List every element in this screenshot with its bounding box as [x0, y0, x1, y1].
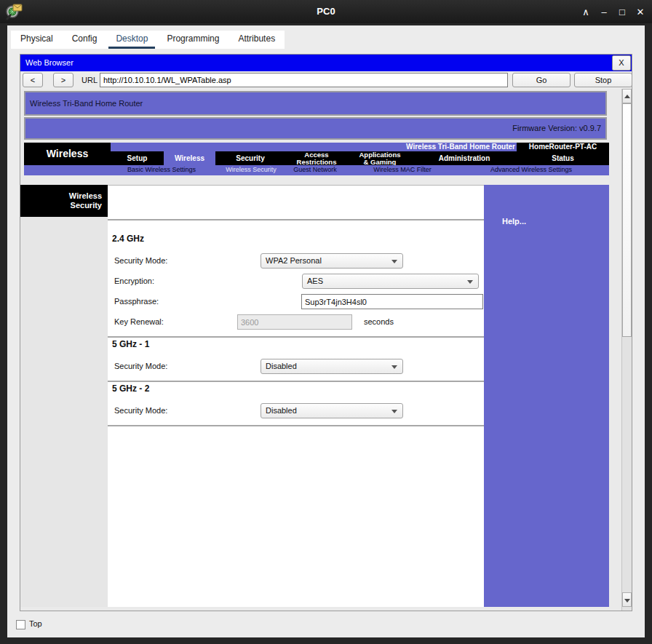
minimize-button[interactable]: – — [598, 7, 610, 17]
nav-submenu-row: Basic Wireless Settings Wireless Securit… — [24, 165, 609, 175]
security-mode-52-value: Disabled — [266, 406, 297, 415]
nav-menu-row: Setup Wireless Security Access Restricti… — [111, 151, 609, 165]
security-mode-24-label: Security Mode: — [114, 256, 167, 265]
menu-line: Applications — [348, 151, 412, 159]
security-mode-52-select[interactable]: Disabled — [261, 403, 403, 418]
submenu-guest-network[interactable]: Guest Network — [293, 165, 337, 175]
divider — [108, 381, 484, 382]
help-panel: Help... — [484, 185, 609, 607]
section-heading-5ghz1: 5 GHz - 1 — [112, 339, 149, 349]
submenu-advanced-wireless-settings[interactable]: Advanced Wireless Settings — [490, 165, 572, 175]
tab-attributes[interactable]: Attributes — [228, 31, 285, 49]
divider — [108, 219, 484, 220]
browser-viewport: Wireless Tri-Band Home Router Firmware V… — [20, 89, 632, 611]
top-checkbox-label: Top — [29, 619, 42, 628]
menu-line: Restrictions — [285, 159, 348, 166]
firmware-version: Firmware Version: v0.9.7 — [512, 119, 601, 138]
stop-button[interactable]: Stop — [574, 73, 632, 87]
scroll-down-button[interactable] — [622, 592, 632, 607]
settings-form-area: 2.4 GHz Security Mode: WPA2 Personal Enc… — [108, 185, 484, 607]
nav-router-model: Wireless Tri-Band Home Router — [406, 143, 515, 151]
browser-titlebar: Web Browser X — [20, 55, 632, 71]
banner-title-box: Wireless Tri-Band Home Router — [24, 91, 607, 116]
security-mode-51-label: Security Mode: — [114, 362, 167, 370]
security-mode-51-select[interactable]: Disabled — [261, 359, 403, 374]
menu-status[interactable]: Status — [517, 151, 609, 165]
page-sidebar: Wireless Security — [20, 185, 108, 607]
window-title: PC0 — [0, 0, 652, 23]
key-renewal-input — [237, 314, 352, 330]
divider — [108, 336, 484, 338]
menu-access-restrictions[interactable]: Access Restrictions — [285, 151, 348, 165]
security-mode-24-value: WPA2 Personal — [266, 256, 322, 265]
tab-config[interactable]: Config — [63, 31, 107, 49]
submenu-wireless-mac-filter[interactable]: Wireless MAC Filter — [373, 165, 432, 175]
passphrase-input[interactable] — [301, 294, 483, 309]
web-browser-window: Web Browser X < > URL Go Stop Wireless T… — [20, 54, 632, 611]
scroll-up-button[interactable] — [622, 89, 632, 103]
top-checkbox[interactable] — [16, 620, 25, 629]
security-mode-51-value: Disabled — [266, 362, 297, 370]
menu-setup[interactable]: Setup — [111, 151, 164, 165]
key-renewal-label: Key Renewal: — [114, 317, 164, 326]
go-button[interactable]: Go — [512, 73, 570, 87]
close-button[interactable]: ✕ — [635, 7, 646, 17]
chevron-down-icon — [467, 280, 473, 284]
passphrase-label: Passphrase: — [114, 297, 159, 306]
sidebar-title-line: Security — [71, 201, 102, 210]
banner-title: Wireless Tri-Band Home Router — [30, 92, 143, 114]
router-nav: Wireless Wireless Tri-Band Home Router H… — [24, 143, 609, 175]
url-label: URL — [82, 73, 98, 87]
encryption-select[interactable]: AES — [302, 274, 479, 289]
device-tabbar: Physical Config Desktop Programming Attr… — [11, 31, 285, 49]
menu-line: Access — [285, 151, 348, 159]
nav-section-title: Wireless — [24, 143, 111, 165]
section-heading-5ghz2: 5 GHz - 2 — [112, 383, 149, 394]
section-heading-24ghz: 2.4 GHz — [112, 234, 144, 244]
browser-close-button[interactable]: X — [612, 55, 631, 71]
browser-toolbar: < > URL Go Stop — [20, 71, 632, 89]
sidebar-section-title: Wireless Security — [20, 185, 108, 217]
chevron-down-icon — [391, 260, 397, 263]
divider — [108, 425, 484, 426]
banner-firmware-box: Firmware Version: v0.9.7 — [24, 117, 607, 140]
menu-applications-gaming[interactable]: Applications & Gaming — [348, 151, 412, 165]
back-button[interactable]: < — [23, 73, 43, 87]
router-banner: Wireless Tri-Band Home Router Firmware V… — [24, 91, 607, 140]
device-panel: Physical Config Desktop Programming Attr… — [7, 25, 645, 637]
vertical-scrollbar[interactable] — [621, 89, 632, 611]
url-input[interactable] — [100, 73, 508, 87]
arrow-up-icon — [624, 95, 630, 98]
key-renewal-suffix: seconds — [364, 317, 394, 326]
submenu-wireless-security[interactable]: Wireless Security — [226, 165, 277, 175]
browser-title: Web Browser — [20, 55, 632, 71]
tab-desktop[interactable]: Desktop — [106, 31, 157, 49]
chevron-down-icon — [391, 410, 397, 413]
encryption-label: Encryption: — [114, 277, 154, 285]
help-link[interactable]: Help... — [502, 217, 526, 226]
tab-programming[interactable]: Programming — [157, 31, 228, 49]
forward-button[interactable]: > — [53, 73, 73, 87]
arrow-down-icon — [624, 599, 630, 603]
menu-administration[interactable]: Administration — [412, 151, 517, 165]
encryption-value: AES — [307, 277, 323, 285]
scrollbar-thumb[interactable] — [622, 103, 632, 337]
nav-device-name: HomeRouter-PT-AC — [517, 143, 609, 151]
menu-wireless[interactable]: Wireless — [164, 151, 215, 165]
shade-button[interactable]: ∧ — [580, 7, 592, 17]
menu-security[interactable]: Security — [215, 151, 285, 165]
window-titlebar: PC0 ∧ – □ ✕ — [0, 0, 652, 23]
maximize-button[interactable]: □ — [616, 7, 628, 17]
router-page: Wireless Tri-Band Home Router Firmware V… — [20, 89, 622, 611]
chevron-down-icon — [391, 365, 397, 369]
sidebar-title-line: Wireless — [69, 191, 102, 200]
tab-physical[interactable]: Physical — [11, 31, 63, 49]
submenu-basic-wireless-settings[interactable]: Basic Wireless Settings — [127, 165, 196, 175]
menu-line: & Gaming — [348, 159, 412, 166]
security-mode-24-select[interactable]: WPA2 Personal — [261, 253, 403, 269]
security-mode-52-label: Security Mode: — [114, 406, 167, 415]
